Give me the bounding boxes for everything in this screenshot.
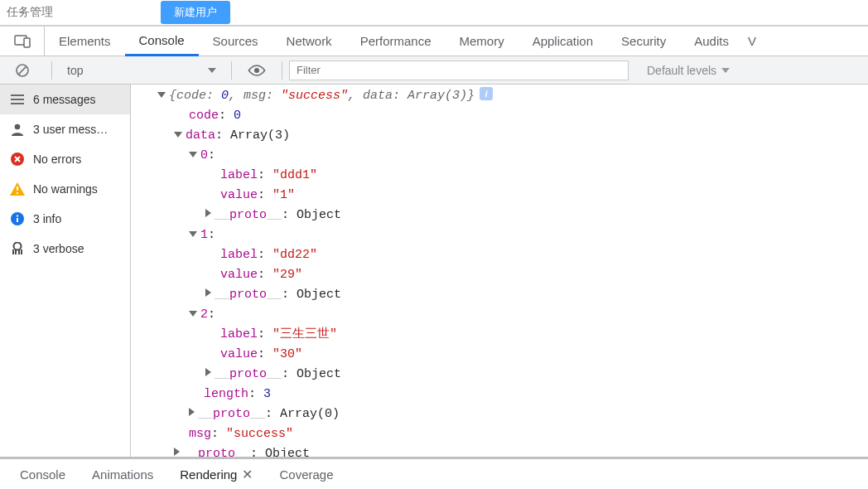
drawer-tab-animations[interactable]: Animations bbox=[79, 459, 166, 489]
tab-security[interactable]: Security bbox=[607, 27, 680, 56]
svg-point-15 bbox=[14, 243, 22, 250]
prop-label[interactable]: label: "ddd1" bbox=[131, 166, 868, 186]
prop-array-proto[interactable]: __proto__: Array(0) bbox=[131, 404, 868, 424]
drawer-tab-console[interactable]: Console bbox=[7, 459, 79, 489]
colon: : bbox=[215, 128, 230, 143]
prop-proto[interactable]: __proto__: Object bbox=[131, 365, 868, 385]
proto-type: Array(0) bbox=[280, 407, 340, 421]
sidebar-row-info[interactable]: 3 info bbox=[0, 204, 130, 234]
prop-data[interactable]: data: Array(3) bbox=[131, 126, 868, 146]
sidebar-label: 3 verbose bbox=[33, 242, 84, 255]
log-levels-label: Default levels bbox=[647, 64, 716, 77]
device-toolbar-icon[interactable] bbox=[0, 27, 45, 56]
tab-application[interactable]: Application bbox=[518, 27, 607, 56]
summary-text: , data: bbox=[348, 89, 407, 103]
sidebar-label: 3 user mess… bbox=[33, 123, 108, 136]
sidebar-row-user[interactable]: 3 user mess… bbox=[0, 114, 130, 144]
console-sidebar: 6 messages 3 user mess… No errors No war… bbox=[0, 85, 131, 457]
drawer-tab-rendering[interactable]: Rendering ✕ bbox=[166, 459, 266, 489]
prop-key: msg bbox=[189, 427, 211, 441]
svg-rect-11 bbox=[17, 192, 18, 194]
array-index[interactable]: 2: bbox=[131, 305, 868, 325]
prop-key: code bbox=[189, 109, 219, 123]
drawer-tab-label: Rendering bbox=[180, 467, 237, 482]
clear-console-icon[interactable] bbox=[0, 56, 45, 84]
summary-data: Array(3) bbox=[407, 89, 467, 103]
disclosure-triangle-right-icon[interactable] bbox=[174, 448, 180, 456]
array-index[interactable]: 0: bbox=[131, 146, 868, 166]
colon: : bbox=[258, 327, 272, 341]
prop-root-proto[interactable]: proto : Object bbox=[131, 444, 868, 457]
prop-msg[interactable]: msg: "success" bbox=[131, 424, 868, 444]
colon: : bbox=[258, 347, 272, 361]
info-icon bbox=[10, 211, 25, 226]
colon: : bbox=[258, 248, 272, 262]
live-expression-icon[interactable] bbox=[239, 56, 275, 84]
disclosure-triangle-down-icon[interactable] bbox=[189, 231, 197, 237]
disclosure-triangle-right-icon[interactable] bbox=[205, 288, 211, 297]
tab-performance[interactable]: Performance bbox=[346, 27, 446, 56]
tab-memory[interactable]: Memory bbox=[446, 27, 518, 56]
context-selector[interactable]: top bbox=[59, 64, 224, 77]
colon: : bbox=[282, 288, 297, 302]
sidebar-row-verbose[interactable]: 3 verbose bbox=[0, 234, 130, 264]
tab-audits[interactable]: Audits bbox=[680, 27, 743, 56]
disclosure-triangle-right-icon[interactable] bbox=[189, 408, 195, 416]
prop-key: value bbox=[220, 268, 258, 282]
colon: : bbox=[282, 208, 297, 222]
disclosure-triangle-down-icon[interactable] bbox=[189, 152, 197, 157]
svg-line-3 bbox=[18, 66, 27, 75]
tab-elements[interactable]: Elements bbox=[45, 27, 125, 56]
proto-type: Object bbox=[297, 367, 341, 381]
disclosure-triangle-down-icon[interactable] bbox=[174, 132, 182, 138]
summary-text: } bbox=[467, 89, 475, 103]
disclosure-triangle-down-icon[interactable] bbox=[189, 311, 197, 317]
prop-label[interactable]: label: "dd22" bbox=[131, 245, 868, 265]
tab-network[interactable]: Network bbox=[272, 27, 346, 56]
colon: : bbox=[265, 407, 280, 421]
disclosure-triangle-right-icon[interactable] bbox=[205, 209, 211, 217]
drawer-tab-coverage[interactable]: Coverage bbox=[266, 459, 346, 489]
svg-rect-10 bbox=[17, 186, 18, 191]
summary-msg: "success" bbox=[281, 89, 348, 103]
prop-value: "三生三世" bbox=[272, 327, 337, 341]
prop-proto[interactable]: __proto__: Object bbox=[131, 285, 868, 305]
proto-type: Object bbox=[297, 288, 341, 302]
page-top-strip: 任务管理 新建用户 bbox=[0, 0, 868, 27]
prop-key: label bbox=[220, 327, 258, 341]
prop-value-row[interactable]: value: "30" bbox=[131, 345, 868, 365]
error-icon bbox=[10, 152, 25, 167]
verbose-icon bbox=[10, 241, 25, 256]
tab-console[interactable]: Console bbox=[125, 27, 199, 56]
devtools-tabs: Elements Console Sources Network Perform… bbox=[0, 27, 868, 56]
console-output[interactable]: {code: 0, msg: "success", data: Array(3)… bbox=[131, 85, 868, 457]
tab-sources[interactable]: Sources bbox=[199, 27, 272, 56]
prop-key: data bbox=[186, 128, 215, 143]
prop-proto[interactable]: __proto__: Object bbox=[131, 206, 868, 225]
disclosure-triangle-right-icon[interactable] bbox=[205, 368, 211, 376]
prop-value-row[interactable]: value: "29" bbox=[131, 265, 868, 285]
context-label: top bbox=[67, 64, 83, 77]
sidebar-label: 3 info bbox=[33, 212, 61, 225]
sidebar-row-warnings[interactable]: No warnings bbox=[0, 174, 130, 204]
array-index[interactable]: 1: bbox=[131, 225, 868, 245]
sidebar-row-errors[interactable]: No errors bbox=[0, 144, 130, 174]
svg-rect-13 bbox=[17, 218, 18, 222]
prop-value-row[interactable]: value: "1" bbox=[131, 186, 868, 206]
disclosure-triangle-down-icon[interactable] bbox=[157, 92, 166, 98]
summary-text: , msg: bbox=[229, 89, 281, 103]
prop-key: label bbox=[220, 168, 258, 182]
object-summary[interactable]: {code: 0, msg: "success", data: Array(3)… bbox=[131, 86, 868, 106]
tab-overflow[interactable]: V bbox=[743, 27, 761, 56]
new-user-button[interactable]: 新建用户 bbox=[161, 1, 230, 24]
prop-length[interactable]: length: 3 bbox=[131, 385, 868, 404]
filter-input[interactable] bbox=[289, 61, 629, 80]
info-badge-icon[interactable]: i bbox=[480, 87, 493, 100]
close-icon[interactable]: ✕ bbox=[242, 467, 253, 482]
prop-label[interactable]: label: "三生三世" bbox=[131, 325, 868, 345]
svg-rect-1 bbox=[24, 38, 30, 47]
toolbar-separator bbox=[282, 61, 282, 80]
sidebar-row-messages[interactable]: 6 messages bbox=[0, 85, 130, 114]
log-levels-selector[interactable]: Default levels bbox=[647, 64, 730, 77]
prop-code[interactable]: code: 0 bbox=[131, 106, 868, 126]
